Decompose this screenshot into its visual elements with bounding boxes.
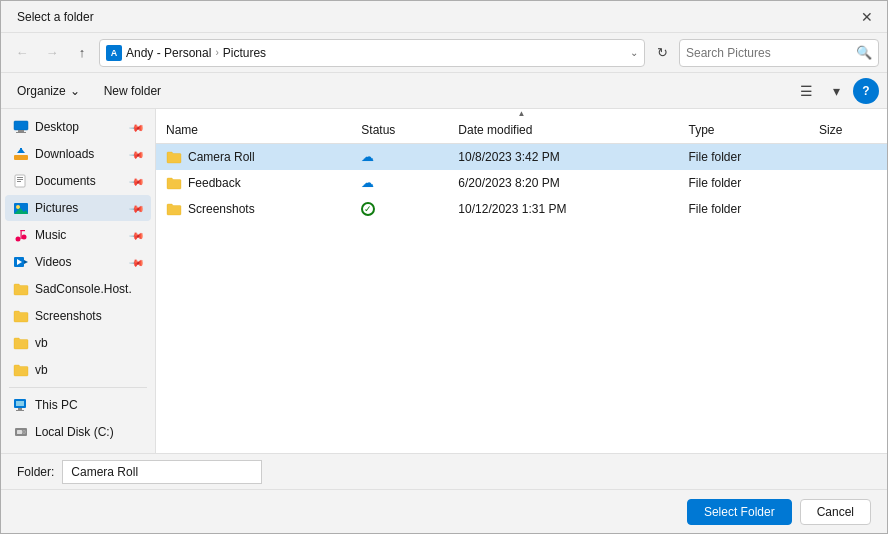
file-name: Screenshots <box>188 202 255 216</box>
svg-point-13 <box>16 237 21 242</box>
sidebar-item-documents[interactable]: Documents 📌 <box>5 168 151 194</box>
table-header-row: Name Status Date modified Type Size <box>156 117 887 144</box>
organize-button[interactable]: Organize ⌄ <box>9 79 88 103</box>
folder-icon <box>166 150 182 164</box>
svg-point-14 <box>22 235 27 240</box>
folder-value[interactable]: Camera Roll <box>62 460 262 484</box>
sidebar-item-vb1-label: vb <box>35 336 143 350</box>
help-button[interactable]: ? <box>853 78 879 104</box>
svg-rect-25 <box>17 430 22 434</box>
sidebar-item-pictures[interactable]: Pictures 📌 <box>5 195 151 221</box>
view-list-button[interactable]: ☰ <box>793 78 819 104</box>
svg-rect-7 <box>17 177 23 178</box>
table-row[interactable]: Screenshots ✓10/12/2023 1:31 PMFile fold… <box>156 196 887 222</box>
new-folder-button[interactable]: New folder <box>96 79 169 103</box>
cancel-button[interactable]: Cancel <box>800 499 871 525</box>
folder-label: Folder: <box>17 465 54 479</box>
nav-bar: ← → ↑ A Andy - Personal › Pictures ⌄ ↻ 🔍 <box>1 33 887 73</box>
sidebar-item-sadconsole[interactable]: SadConsole.Host. <box>5 276 151 302</box>
svg-point-27 <box>23 431 24 432</box>
cloud-status-icon: ☁ <box>361 175 374 190</box>
file-type-cell: File folder <box>679 144 810 170</box>
select-folder-button[interactable]: Select Folder <box>687 499 792 525</box>
address-chevron-icon: ⌄ <box>630 47 638 58</box>
sidebar-item-videos-label: Videos <box>35 255 125 269</box>
back-button[interactable]: ← <box>9 40 35 66</box>
folder-icon <box>166 202 182 216</box>
svg-rect-23 <box>16 410 24 411</box>
svg-rect-15 <box>21 230 22 239</box>
sidebar-item-thispc[interactable]: This PC <box>5 392 151 418</box>
up-button[interactable]: ↑ <box>69 40 95 66</box>
svg-rect-9 <box>17 181 21 182</box>
folder-icon <box>13 281 29 297</box>
file-size-cell <box>809 196 887 222</box>
pin-icon: 📌 <box>129 146 145 162</box>
view-options-button[interactable]: ▾ <box>823 78 849 104</box>
address-sep-1: › <box>215 47 218 58</box>
refresh-button[interactable]: ↻ <box>649 40 675 66</box>
address-bar[interactable]: A Andy - Personal › Pictures ⌄ <box>99 39 645 67</box>
pin-icon: 📌 <box>129 173 145 189</box>
svg-rect-22 <box>18 408 22 410</box>
sidebar-item-sadconsole-label: SadConsole.Host. <box>35 282 143 296</box>
sidebar-item-screenshots-label: Screenshots <box>35 309 143 323</box>
col-name[interactable]: Name <box>156 117 351 144</box>
svg-rect-5 <box>20 148 22 153</box>
sidebar: Desktop 📌 Downloads 📌 Documents 📌 <box>1 109 156 453</box>
forward-button[interactable]: → <box>39 40 65 66</box>
toolbar-right: ☰ ▾ ? <box>793 78 879 104</box>
close-button[interactable]: ✕ <box>855 5 879 29</box>
title-controls: ✕ <box>855 5 879 29</box>
organize-label: Organize <box>17 84 66 98</box>
sidebar-item-pictures-label: Pictures <box>35 201 125 215</box>
main-content: Desktop 📌 Downloads 📌 Documents 📌 <box>1 109 887 453</box>
desktop-icon <box>13 119 29 135</box>
music-icon <box>13 227 29 243</box>
search-input[interactable] <box>686 46 852 60</box>
sidebar-item-documents-label: Documents <box>35 174 125 188</box>
col-status[interactable]: Status <box>351 117 448 144</box>
sidebar-item-downloads[interactable]: Downloads 📌 <box>5 141 151 167</box>
action-bar: Select Folder Cancel <box>1 489 887 533</box>
sidebar-item-videos[interactable]: Videos 📌 <box>5 249 151 275</box>
address-part-1: Andy - Personal <box>126 46 211 60</box>
file-name-cell: Screenshots <box>156 196 351 222</box>
sidebar-item-desktop[interactable]: Desktop 📌 <box>5 114 151 140</box>
svg-rect-0 <box>14 121 28 130</box>
file-status-cell: ☁ <box>351 170 448 196</box>
folder-icon <box>13 335 29 351</box>
file-date-cell: 6/20/2023 8:20 PM <box>448 170 678 196</box>
file-table: Name Status Date modified Type Size Came… <box>156 117 887 222</box>
toolbar: Organize ⌄ New folder ☰ ▾ ? <box>1 73 887 109</box>
file-name: Camera Roll <box>188 150 255 164</box>
documents-icon <box>13 173 29 189</box>
pin-icon: 📌 <box>129 227 145 243</box>
sidebar-item-music[interactable]: Music 📌 <box>5 222 151 248</box>
file-size-cell <box>809 144 887 170</box>
table-row[interactable]: Camera Roll ☁10/8/2023 3:42 PMFile folde… <box>156 144 887 170</box>
sidebar-item-vb1[interactable]: vb <box>5 330 151 356</box>
pc-icon <box>13 397 29 413</box>
search-icon: 🔍 <box>856 45 872 60</box>
sidebar-item-vb2[interactable]: vb <box>5 357 151 383</box>
sidebar-item-screenshots[interactable]: Screenshots <box>5 303 151 329</box>
svg-marker-18 <box>24 260 28 264</box>
new-folder-label: New folder <box>104 84 161 98</box>
dialog-title: Select a folder <box>17 10 94 24</box>
col-size[interactable]: Size <box>809 117 887 144</box>
file-list-container: ▲ Name Status Date modified Type Size Ca… <box>156 109 887 453</box>
table-row[interactable]: Feedback ☁6/20/2023 8:20 PMFile folder <box>156 170 887 196</box>
sidebar-item-music-label: Music <box>35 228 125 242</box>
organize-chevron-icon: ⌄ <box>70 84 80 98</box>
svg-rect-8 <box>17 179 23 180</box>
sort-indicator: ▲ <box>156 109 887 117</box>
address-icon: A <box>106 45 122 61</box>
file-type-cell: File folder <box>679 170 810 196</box>
svg-point-11 <box>16 205 20 209</box>
col-type[interactable]: Type <box>679 117 810 144</box>
sidebar-item-downloads-label: Downloads <box>35 147 125 161</box>
col-date[interactable]: Date modified <box>448 117 678 144</box>
sidebar-item-localc[interactable]: Local Disk (C:) <box>5 419 151 445</box>
search-box[interactable]: 🔍 <box>679 39 879 67</box>
